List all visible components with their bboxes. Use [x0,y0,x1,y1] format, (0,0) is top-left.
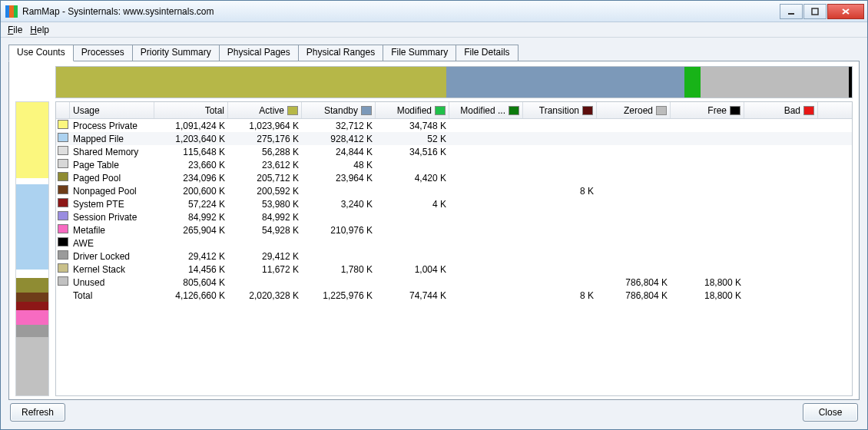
cell-total: 1,203,640 K [154,134,228,144]
cell-total: 29,412 K [154,251,228,262]
col-free[interactable]: Free [671,102,744,118]
row-color-swatch [58,146,68,155]
table-row[interactable]: Total4,126,660 K2,020,328 K1,225,976 K74… [56,289,852,302]
cell-total: 23,660 K [154,160,228,170]
row-swatch-cell [56,120,70,131]
col-active[interactable]: Active [228,102,302,118]
cell-modified: 52 K [376,134,449,144]
svg-rect-1 [812,8,818,15]
cell-active: 205,712 K [228,173,302,184]
table-row[interactable]: AWE [56,237,852,250]
cell-modified: 1,004 K [376,264,449,275]
cell-usage: Metafile [70,225,154,236]
titlebar[interactable]: RamMap - Sysinternals: www.sysinternals.… [1,1,867,22]
row-color-swatch [58,159,68,168]
category-bar-segment [16,325,48,336]
usage-bar-segment [446,67,685,98]
cell-modified: 74,744 K [376,290,449,301]
category-bar-segment [16,310,48,325]
table-row[interactable]: Metafile265,904 K54,928 K210,976 K [56,223,852,237]
table-row[interactable]: Process Private1,091,424 K1,023,964 K32,… [56,119,852,132]
tab-use-counts[interactable]: Use Counts [8,45,74,61]
tab-processes[interactable]: Processes [73,45,133,61]
row-color-swatch [58,237,68,246]
tabstrip: Use CountsProcessesPriority SummaryPhysi… [8,44,860,61]
row-color-swatch [58,172,68,181]
column-color-swatch [361,106,372,115]
cell-total: 14,456 K [154,264,228,275]
cell-modified: 34,748 K [376,121,449,131]
col-swatch[interactable] [56,102,70,118]
column-label: Usage [73,105,100,116]
row-swatch-cell [56,159,70,170]
maximize-button[interactable] [803,4,827,19]
col-modified[interactable]: Modified [376,102,449,118]
table-row[interactable]: Page Table23,660 K23,612 K48 K [56,158,852,171]
col-bad[interactable]: Bad [744,102,818,118]
table-row[interactable]: System PTE57,224 K53,980 K3,240 K4 K [56,197,852,210]
table-row[interactable]: Kernel Stack14,456 K11,672 K1,780 K1,004… [56,263,852,276]
table-row[interactable]: Mapped File1,203,640 K275,176 K928,412 K… [56,132,852,145]
cell-active: 84,992 K [228,212,302,223]
row-color-swatch [58,276,68,286]
col-total[interactable]: Total [154,102,228,118]
col-transition[interactable]: Transition [523,102,597,118]
cell-total: 4,126,660 K [154,290,228,301]
table-row[interactable]: Unused805,604 K786,804 K18,800 K [56,276,852,289]
row-color-swatch [58,224,68,233]
close-window-button[interactable] [827,4,864,19]
table-row[interactable]: Shared Memory115,648 K56,288 K24,844 K34… [56,145,852,158]
row-color-swatch [58,120,68,129]
refresh-button[interactable]: Refresh [10,403,65,422]
cell-standby: 23,964 K [302,173,376,184]
cell-free: 18,800 K [671,290,744,301]
column-color-swatch [509,106,519,115]
table-row[interactable]: Driver Locked29,412 K29,412 K [56,250,852,263]
cell-total: 84,992 K [154,212,228,223]
cell-usage: Driver Locked [70,251,154,262]
row-swatch-cell [56,146,70,157]
cell-total: 57,224 K [154,199,228,210]
column-color-swatch [582,106,593,115]
cell-standby: 3,240 K [302,199,376,210]
tab-file-summary[interactable]: File Summary [383,45,456,61]
cell-trans: 8 K [523,290,597,301]
cell-usage: Process Private [70,121,154,131]
col-standby[interactable]: Standby [302,102,376,118]
cell-active: 56,288 K [228,147,302,157]
column-label: Zeroed [624,105,653,116]
menu-file[interactable]: File [5,24,25,36]
tab-file-details[interactable]: File Details [456,45,518,61]
cell-usage: Total [70,290,154,301]
col-usage[interactable]: Usage [70,102,154,118]
button-bar: Refresh Close [8,400,860,425]
cell-usage: Kernel Stack [70,264,154,275]
row-swatch-cell [56,185,70,197]
close-button[interactable]: Close [803,403,858,422]
column-label: Modified ... [460,105,505,116]
cell-total: 200,600 K [154,186,228,197]
cell-active: 275,176 K [228,134,302,144]
col-modified-[interactable]: Modified ... [449,102,523,118]
table-row[interactable]: Session Private84,992 K84,992 K [56,210,852,223]
category-bar-segment [16,270,48,278]
row-color-swatch [58,250,68,260]
cell-zeroed: 786,804 K [597,290,671,301]
app-icon [5,5,18,18]
tab-priority-summary[interactable]: Priority Summary [132,45,220,61]
col-zeroed[interactable]: Zeroed [597,102,671,118]
menu-help[interactable]: Help [28,24,51,36]
row-color-swatch [58,211,68,220]
tab-physical-ranges[interactable]: Physical Ranges [298,45,383,61]
cell-free: 18,800 K [671,277,744,288]
column-label: Total [205,105,224,116]
minimize-button[interactable] [780,4,803,19]
tab-physical-pages[interactable]: Physical Pages [219,45,299,61]
cell-usage: Paged Pool [70,173,154,184]
cell-zeroed: 786,804 K [597,277,671,288]
table-row[interactable]: Paged Pool234,096 K205,712 K23,964 K4,42… [56,171,852,184]
category-bar-segment [16,293,48,301]
panel-body: UsageTotalActiveStandbyModifiedModified … [15,101,853,396]
table-row[interactable]: Nonpaged Pool200,600 K200,592 K8 K [56,184,852,197]
cell-active: 1,023,964 K [228,121,302,131]
